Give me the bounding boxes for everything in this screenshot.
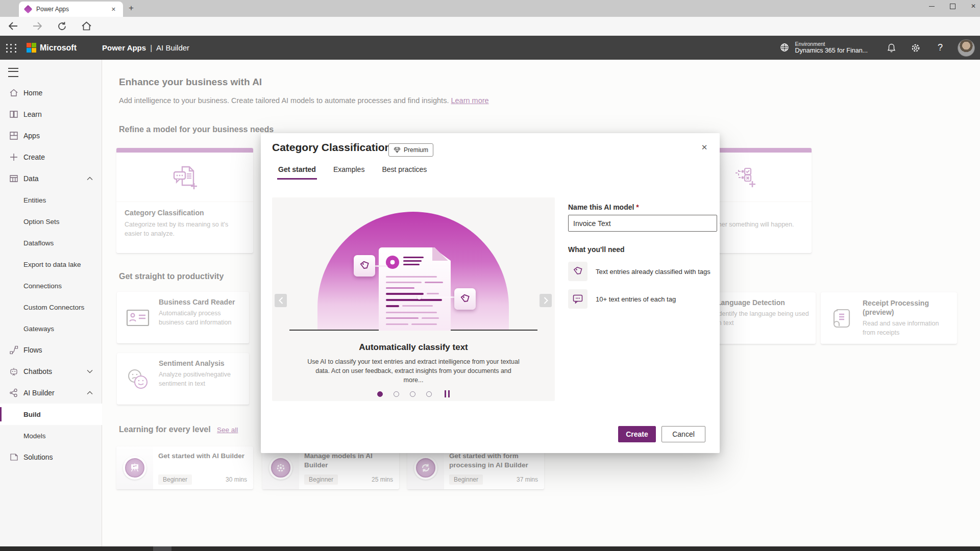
- new-tab-button[interactable]: +: [129, 3, 134, 13]
- need-item: Text entries already classified with tag…: [568, 262, 711, 281]
- sidebar-item-entities[interactable]: Entities: [0, 189, 102, 211]
- sidebar-item-create[interactable]: Create: [0, 146, 102, 168]
- tag-connector-line: [373, 265, 387, 267]
- carousel-dot[interactable]: [410, 391, 415, 397]
- sidebar-item-flows[interactable]: Flows: [0, 339, 102, 361]
- window-maximize-button[interactable]: [950, 4, 955, 9]
- cancel-button[interactable]: Cancel: [662, 426, 705, 442]
- dialog-title: Category Classification: [272, 141, 391, 154]
- sidebar-item-gateways[interactable]: Gateways: [0, 318, 102, 339]
- environment-picker[interactable]: Environment Dynamics 365 for Finan...: [776, 36, 879, 60]
- apps-icon: [9, 131, 19, 141]
- browser-tab[interactable]: Power Apps ✕: [19, 2, 123, 17]
- account-avatar[interactable]: [958, 39, 975, 57]
- environment-name: Dynamics 365 for Finan...: [795, 47, 868, 54]
- suite-header: Microsoft Power Apps | AI Builder Enviro…: [0, 36, 980, 60]
- model-form: Name this AI model * What you'll need Te…: [568, 203, 711, 309]
- carousel-next-button[interactable]: [540, 294, 552, 307]
- carousel-dot-active[interactable]: [377, 391, 383, 397]
- connector-dot: [417, 295, 422, 299]
- sidebar: Home Learn Apps Create Data Entities Opt…: [0, 60, 102, 551]
- sidebar-item-ai-builder[interactable]: AI Builder: [0, 382, 102, 404]
- refresh-icon[interactable]: [55, 19, 68, 33]
- browser-titlebar: Power Apps ✕ + ✕: [0, 0, 980, 17]
- forward-icon[interactable]: [31, 19, 44, 33]
- need-text: 10+ text entries of each tag: [596, 295, 676, 303]
- tag-icon: [568, 262, 587, 281]
- tag-chip-icon: [454, 288, 476, 310]
- app-title: Power Apps | AI Builder: [102, 36, 189, 60]
- slide-description: Use AI to classify your text entries and…: [306, 357, 521, 385]
- chevron-up-icon[interactable]: [87, 391, 93, 395]
- carousel-dots: [272, 390, 555, 397]
- app-section: AI Builder: [156, 43, 189, 52]
- sidebar-item-build[interactable]: Build: [0, 404, 102, 425]
- carousel-dot[interactable]: [394, 391, 399, 397]
- dialog-tabs: Get started Examples Best practices: [277, 161, 428, 180]
- screen: Power Apps ✕ + ✕ https://make.preview.po…: [0, 0, 980, 551]
- carousel-dot[interactable]: [426, 391, 432, 397]
- ai-builder-icon: [9, 388, 19, 398]
- tab-close-icon[interactable]: ✕: [109, 5, 118, 14]
- microsoft-logo[interactable]: Microsoft: [27, 43, 77, 53]
- diamond-icon: [394, 147, 401, 153]
- app-name[interactable]: Power Apps: [102, 43, 146, 52]
- help-icon[interactable]: ?: [928, 36, 952, 60]
- carousel-pause-icon[interactable]: [445, 390, 450, 397]
- document-dogear: [432, 247, 450, 261]
- chat-bubble-icon: [568, 289, 587, 309]
- window-close-button[interactable]: ✕: [971, 3, 976, 9]
- close-icon[interactable]: ✕: [697, 140, 712, 155]
- need-heading: What you'll need: [568, 245, 711, 254]
- tab-title: Power Apps: [36, 6, 109, 13]
- window-minimize-button[interactable]: [929, 6, 935, 7]
- environment-label: Environment: [795, 41, 868, 47]
- power-apps-favicon: [24, 5, 33, 14]
- sidebar-item-option-sets[interactable]: Option Sets: [0, 211, 102, 232]
- carousel-prev-button[interactable]: [275, 294, 287, 307]
- document-avatar: [386, 256, 399, 269]
- chevron-down-icon[interactable]: [87, 369, 93, 373]
- home-icon: [9, 88, 19, 98]
- plus-icon: [9, 152, 19, 162]
- premium-badge: Premium: [388, 143, 433, 157]
- hamburger-menu-icon[interactable]: [8, 68, 18, 77]
- sidebar-item-apps[interactable]: Apps: [0, 125, 102, 146]
- slide-title: Automatically classify text: [272, 342, 555, 353]
- settings-gear-icon[interactable]: [903, 36, 928, 60]
- sidebar-item-dataflows[interactable]: Dataflows: [0, 232, 102, 254]
- microsoft-logo-icon: [27, 43, 36, 53]
- intro-carousel: Automatically classify text Use AI to cl…: [272, 197, 555, 401]
- chatbot-icon: [9, 366, 19, 377]
- sidebar-item-data[interactable]: Data: [0, 168, 102, 189]
- book-icon: [9, 109, 19, 119]
- sidebar-item-export-to-data-lake[interactable]: Export to data lake: [0, 254, 102, 275]
- table-icon: [9, 173, 19, 184]
- sidebar-item-connections[interactable]: Connections: [0, 275, 102, 296]
- tab-get-started[interactable]: Get started: [277, 161, 317, 180]
- category-classification-dialog: Category Classification Premium ✕ Get st…: [261, 133, 720, 453]
- chevron-up-icon[interactable]: [87, 177, 93, 181]
- tag-chip-icon: [354, 255, 375, 277]
- brand-name: Microsoft: [40, 43, 77, 53]
- flows-icon: [9, 345, 19, 355]
- globe-icon: [779, 42, 790, 54]
- create-button[interactable]: Create: [618, 426, 656, 442]
- waffle-icon[interactable]: [6, 42, 17, 54]
- sidebar-item-learn[interactable]: Learn: [0, 104, 102, 125]
- name-label: Name this AI model: [568, 203, 634, 211]
- sidebar-item-custom-connectors[interactable]: Custom Connectors: [0, 296, 102, 318]
- need-text: Text entries already classified with tag…: [596, 268, 710, 276]
- sidebar-item-home[interactable]: Home: [0, 82, 102, 104]
- tab-best-practices[interactable]: Best practices: [381, 161, 428, 180]
- sidebar-item-solutions[interactable]: Solutions: [0, 446, 102, 468]
- back-icon[interactable]: [6, 19, 19, 33]
- tab-examples[interactable]: Examples: [332, 161, 365, 180]
- browser-toolbar: https://make.preview.powerapps.com/envir…: [0, 17, 980, 36]
- home-icon[interactable]: [80, 19, 93, 33]
- notifications-bell-icon[interactable]: [879, 36, 903, 60]
- sidebar-item-models[interactable]: Models: [0, 425, 102, 446]
- sidebar-item-chatbots[interactable]: Chatbots: [0, 361, 102, 382]
- model-name-input[interactable]: [568, 215, 717, 232]
- tag-connector-line: [419, 296, 455, 298]
